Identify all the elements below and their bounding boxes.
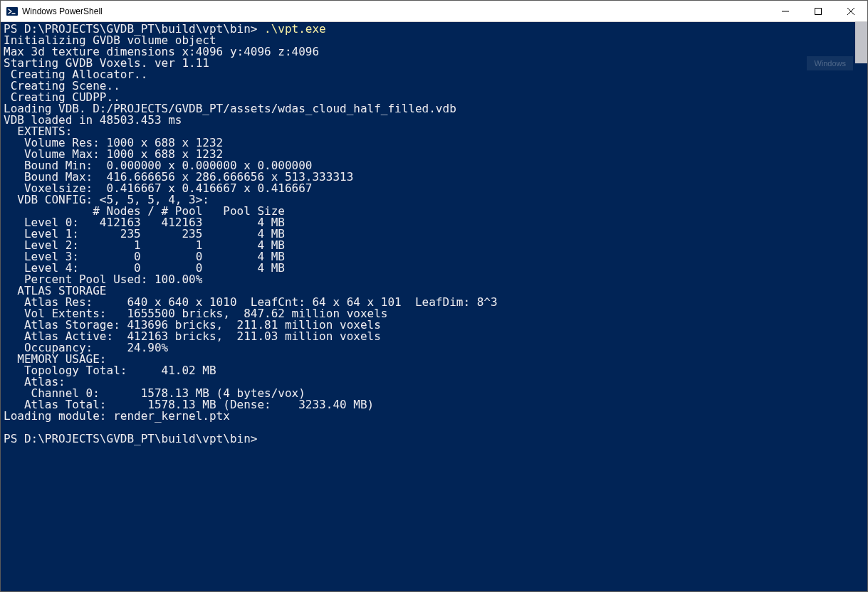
scrollbar[interactable] — [855, 22, 867, 591]
powershell-window: Windows PowerShell PS D:\PROJECTS\GVDB_P… — [0, 0, 868, 592]
output-line: Loading module: render_kernel.ptx — [4, 409, 230, 423]
svg-rect-3 — [815, 9, 822, 15]
maximize-button[interactable] — [802, 1, 835, 22]
window-controls — [769, 1, 867, 22]
inactive-window-tab: Windows — [807, 56, 853, 70]
svg-rect-0 — [6, 7, 18, 16]
window-title: Windows PowerShell — [22, 6, 103, 16]
powershell-icon — [6, 6, 18, 17]
terminal[interactable]: PS D:\PROJECTS\GVDB_PT\build\vpt\bin> .\… — [1, 22, 855, 591]
terminal-area: PS D:\PROJECTS\GVDB_PT\build\vpt\bin> .\… — [1, 22, 867, 591]
minimize-button[interactable] — [769, 1, 802, 22]
prompt-line-2: PS D:\PROJECTS\GVDB_PT\build\vpt\bin> — [4, 432, 257, 445]
command-text: .\vpt.exe — [264, 22, 326, 36]
close-button[interactable] — [835, 1, 867, 22]
scrollbar-thumb[interactable] — [855, 22, 867, 63]
titlebar[interactable]: Windows PowerShell — [1, 1, 867, 22]
